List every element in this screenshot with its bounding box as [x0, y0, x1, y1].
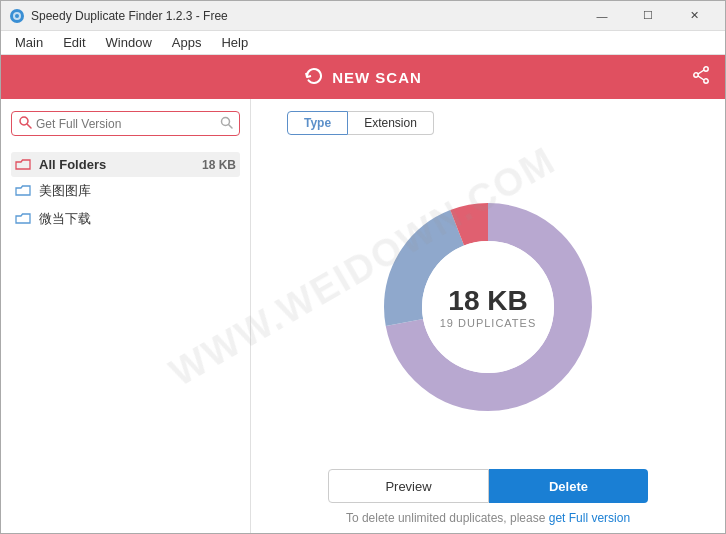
tab-extension[interactable]: Extension — [348, 111, 434, 135]
footer-prefix: To delete unlimited duplicates, please — [346, 511, 549, 525]
menu-main[interactable]: Main — [5, 31, 53, 55]
menu-apps[interactable]: Apps — [162, 31, 212, 55]
main-content: All Folders 18 KB 美图图库 微当下载 — [1, 99, 725, 534]
full-version-link[interactable]: get Full version — [549, 511, 630, 525]
folder-list: All Folders 18 KB 美图图库 微当下载 — [11, 152, 240, 233]
new-scan-label: NEW SCAN — [332, 69, 422, 86]
close-button[interactable]: ✕ — [671, 1, 717, 31]
folder-size-all: 18 KB — [202, 158, 236, 172]
delete-button[interactable]: Delete — [489, 469, 648, 503]
toolbar: NEW SCAN — [1, 55, 725, 99]
window-title: Speedy Duplicate Finder 1.2.3 - Free — [31, 9, 579, 23]
svg-point-8 — [20, 117, 28, 125]
title-bar: Speedy Duplicate Finder 1.2.3 - Free — ☐… — [1, 1, 725, 31]
folder-name-2: 微当下载 — [39, 210, 236, 228]
preview-button[interactable]: Preview — [328, 469, 489, 503]
left-panel: All Folders 18 KB 美图图库 微当下载 — [1, 99, 251, 534]
svg-point-2 — [15, 14, 19, 18]
tab-type[interactable]: Type — [287, 111, 348, 135]
svg-line-11 — [229, 124, 233, 128]
menu-window[interactable]: Window — [96, 31, 162, 55]
minimize-button[interactable]: — — [579, 1, 625, 31]
menu-help[interactable]: Help — [211, 31, 258, 55]
search-left-icon — [18, 115, 32, 132]
svg-point-5 — [694, 72, 698, 76]
folder-icon-2 — [15, 213, 31, 225]
maximize-button[interactable]: ☐ — [625, 1, 671, 31]
window-controls: — ☐ ✕ — [579, 1, 717, 31]
folder-icon-all — [15, 159, 31, 171]
folder-name-1: 美图图库 — [39, 182, 236, 200]
app-icon — [9, 8, 25, 24]
svg-line-7 — [698, 76, 704, 80]
action-row: Preview Delete — [328, 469, 648, 503]
menu-bar: Main Edit Window Apps Help — [1, 31, 725, 55]
tab-row: Type Extension — [287, 111, 434, 135]
folder-item-all[interactable]: All Folders 18 KB — [11, 152, 240, 177]
folder-icon-1 — [15, 185, 31, 197]
donut-chart — [368, 187, 608, 427]
svg-line-9 — [28, 125, 32, 129]
chart-container: 18 KB 19 DUPLICATES — [368, 145, 608, 469]
svg-point-4 — [704, 78, 708, 82]
footer-text: To delete unlimited duplicates, please g… — [346, 511, 630, 525]
search-bar[interactable] — [11, 111, 240, 136]
right-panel: Type Extension 18 KB 19 DUPLICATES Previ… — [251, 99, 725, 534]
folder-item-1[interactable]: 美图图库 — [11, 177, 240, 205]
svg-point-15 — [422, 241, 554, 373]
new-scan-button[interactable]: NEW SCAN — [304, 66, 422, 89]
folder-item-2[interactable]: 微当下载 — [11, 205, 240, 233]
svg-line-6 — [698, 70, 704, 74]
search-right-icon[interactable] — [220, 116, 233, 132]
svg-point-3 — [704, 66, 708, 70]
search-input[interactable] — [36, 117, 220, 131]
refresh-icon — [304, 66, 324, 89]
share-icon[interactable] — [691, 65, 711, 90]
menu-edit[interactable]: Edit — [53, 31, 95, 55]
folder-name-all: All Folders — [39, 157, 202, 172]
